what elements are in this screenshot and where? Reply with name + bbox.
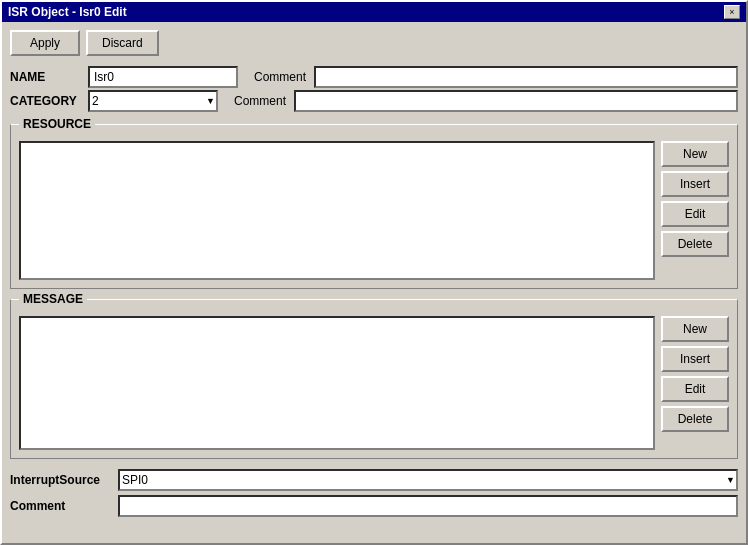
category-select-wrapper: 2 1 3 4 bbox=[88, 90, 218, 112]
message-group: MESSAGE New Insert Edit Delete bbox=[10, 299, 738, 459]
interrupt-source-select[interactable]: SPI0 SPI1 UART0 UART1 bbox=[118, 469, 738, 491]
message-buttons: New Insert Edit Delete bbox=[661, 316, 729, 450]
window-content: Apply Discard NAME Comment CATEGORY 2 1 … bbox=[2, 22, 746, 543]
name-comment-input[interactable] bbox=[314, 66, 738, 88]
name-label: NAME bbox=[10, 70, 80, 84]
apply-button[interactable]: Apply bbox=[10, 30, 80, 56]
message-list[interactable] bbox=[19, 316, 655, 450]
window-title: ISR Object - Isr0 Edit bbox=[8, 5, 127, 19]
title-bar-buttons: × bbox=[724, 5, 740, 19]
close-button[interactable]: × bbox=[724, 5, 740, 19]
category-comment-input[interactable] bbox=[294, 90, 738, 112]
comment-bottom-label: Comment bbox=[10, 499, 110, 513]
toolbar: Apply Discard bbox=[10, 30, 738, 56]
resource-group-label: RESOURCE bbox=[19, 117, 95, 131]
comment-bottom-row: Comment bbox=[10, 495, 738, 517]
message-group-label: MESSAGE bbox=[19, 292, 87, 306]
interrupt-source-label: InterruptSource bbox=[10, 473, 110, 487]
title-bar: ISR Object - Isr0 Edit × bbox=[2, 2, 746, 22]
category-comment-label: Comment bbox=[234, 94, 286, 108]
comment-bottom-input[interactable] bbox=[118, 495, 738, 517]
message-insert-button[interactable]: Insert bbox=[661, 346, 729, 372]
message-new-button[interactable]: New bbox=[661, 316, 729, 342]
category-row: CATEGORY 2 1 3 4 Comment bbox=[10, 90, 738, 112]
message-delete-button[interactable]: Delete bbox=[661, 406, 729, 432]
main-window: ISR Object - Isr0 Edit × Apply Discard N… bbox=[0, 0, 748, 545]
name-row: NAME Comment bbox=[10, 66, 738, 88]
interrupt-row: InterruptSource SPI0 SPI1 UART0 UART1 bbox=[10, 469, 738, 491]
resource-group-inner: New Insert Edit Delete bbox=[19, 141, 729, 280]
category-label: CATEGORY bbox=[10, 94, 80, 108]
resource-edit-button[interactable]: Edit bbox=[661, 201, 729, 227]
resource-group: RESOURCE New Insert Edit Delete bbox=[10, 124, 738, 289]
category-select[interactable]: 2 1 3 4 bbox=[88, 90, 218, 112]
resource-new-button[interactable]: New bbox=[661, 141, 729, 167]
message-group-inner: New Insert Edit Delete bbox=[19, 316, 729, 450]
name-input[interactable] bbox=[88, 66, 238, 88]
bottom-section: InterruptSource SPI0 SPI1 UART0 UART1 Co… bbox=[10, 469, 738, 517]
interrupt-select-wrapper: SPI0 SPI1 UART0 UART1 bbox=[118, 469, 738, 491]
message-edit-button[interactable]: Edit bbox=[661, 376, 729, 402]
resource-buttons: New Insert Edit Delete bbox=[661, 141, 729, 280]
resource-insert-button[interactable]: Insert bbox=[661, 171, 729, 197]
name-comment-label: Comment bbox=[254, 70, 306, 84]
resource-delete-button[interactable]: Delete bbox=[661, 231, 729, 257]
discard-button[interactable]: Discard bbox=[86, 30, 159, 56]
forms-area: NAME Comment CATEGORY 2 1 3 4 Comment bbox=[10, 66, 738, 114]
resource-list[interactable] bbox=[19, 141, 655, 280]
